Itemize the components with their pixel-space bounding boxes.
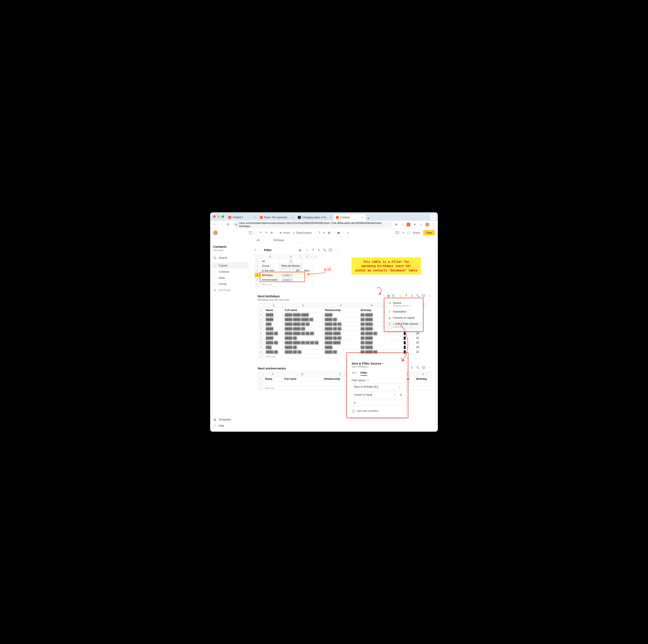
browser-tab[interactable]: Untitled 1 × — [226, 214, 258, 221]
table-title[interactable]: Next birthdays — [258, 294, 290, 298]
publish-icon[interactable]: ↗ — [402, 231, 404, 234]
sidebar-item-tracker[interactable]: ▫Tracker — [211, 262, 249, 269]
extensions-icon[interactable]: ✦ — [413, 222, 417, 227]
close-tab-icon[interactable]: × — [330, 216, 332, 219]
comment-icon[interactable]: 💬 — [329, 248, 332, 252]
grid[interactable]: A▾ B▾ C▾ + 1All 2GroupTerra do Nunca▾ 3I… — [255, 254, 318, 287]
redo-button[interactable]: ↷ — [265, 231, 267, 234]
table-row[interactable]: 6████ ██████ ████ ██ ██ ██████ ██████ ██… — [258, 331, 426, 336]
cell-ref[interactable]: A4 — [257, 239, 265, 242]
chevron-down-icon[interactable]: ▾ — [278, 256, 279, 258]
site-settings-icon[interactable]: ⚙ — [235, 223, 237, 226]
profile-avatar-icon[interactable] — [425, 222, 429, 227]
filter-operator-select[interactable]: Lesser or equal▾ — [352, 392, 397, 398]
table-row[interactable]: 5Anniversaries{} data ▾ — [255, 278, 318, 282]
add-condition-button[interactable]: +Add new condition — [352, 409, 402, 413]
bookmark-icon[interactable]: ☆ — [400, 222, 404, 227]
chevron-down-icon[interactable]: ▾ — [383, 362, 384, 365]
more-icon[interactable]: ⋯ — [428, 294, 432, 298]
sort-icon[interactable]: ⇅ — [410, 294, 414, 298]
table-row[interactable]: 9███████ ████████ █████35 — [258, 345, 426, 350]
tabs-overflow-button[interactable]: ⌄ — [430, 214, 436, 220]
ai-icon[interactable]: ✨ — [305, 248, 309, 252]
more-icon[interactable]: ⋯ — [334, 248, 338, 252]
toggle-sidebar-icon[interactable] — [249, 231, 253, 234]
view-grid-icon[interactable]: ▦ — [387, 294, 390, 298]
sort-icon[interactable]: ⇅ — [410, 366, 414, 369]
add-page-button[interactable]: ⊕Add Page — [210, 287, 250, 293]
search-icon[interactable]: 🔍 — [323, 248, 327, 252]
reload-button[interactable]: ⟳ — [226, 222, 230, 227]
browser-tab-active[interactable]: Contacts × — [334, 214, 365, 221]
menu-item-sort-filter[interactable]: ⇅Sort & Filter Source1 sort rule — [386, 321, 421, 329]
downloads-icon[interactable]: ⭳ — [419, 222, 423, 227]
close-tab-icon[interactable]: × — [292, 216, 293, 219]
data-actions-button[interactable]: ▷Data Actions — [293, 231, 312, 234]
templates-button[interactable]: ▦Templates — [210, 416, 250, 423]
text-format-icon[interactable]: T — [319, 231, 320, 234]
filter-field-select[interactable]: Days to birthday (E1)▾ — [352, 384, 402, 390]
filter-icon[interactable]: ⧩ — [311, 248, 315, 252]
comment-icon[interactable]: 💬 — [422, 366, 426, 369]
view-button[interactable]: View — [423, 230, 435, 235]
comment-icon[interactable]: 💬 — [422, 294, 426, 298]
sidebar-item-contacts[interactable]: ▫Contacts — [210, 269, 250, 275]
table-row-selected[interactable]: 4Birthdays{} data ▾ — [255, 273, 318, 278]
undo-button[interactable]: ↶ — [260, 231, 262, 234]
back-icon[interactable]: ‹ — [352, 357, 353, 360]
embed-icon[interactable]: ▢ — [407, 231, 410, 234]
cell-value[interactable]: Birthdays — [274, 239, 284, 242]
table-title[interactable]: Next anniversaries — [258, 366, 286, 370]
sidebar-item-stats[interactable]: ▫Stats — [210, 275, 250, 281]
menu-item-automation[interactable]: ⚡Automation — [386, 309, 421, 315]
ai-icon[interactable]: ✨ — [398, 294, 402, 298]
close-tab-icon[interactable]: × — [362, 216, 363, 219]
comments-icon[interactable]: 💬 — [396, 231, 399, 234]
add-column-button[interactable]: + — [313, 254, 318, 259]
chevron-down-icon[interactable]: ▾ — [299, 265, 301, 267]
table-row[interactable]: 1All — [255, 259, 318, 263]
formula-icon[interactable]: ∿ — [347, 231, 349, 234]
new-tab-button[interactable]: + — [365, 216, 371, 221]
menu-item-columns[interactable]: ▥Columns & Layout — [386, 315, 421, 321]
table-row[interactable]: 7████████ ██████ ██ ████ █████42 — [258, 336, 426, 340]
table-title[interactable]: Filter — [264, 248, 272, 252]
align-icon[interactable]: ≡ — [323, 231, 325, 234]
search-button[interactable]: 🔍Search — [210, 255, 250, 261]
chevron-down-icon[interactable]: ▾ — [311, 256, 312, 258]
add-block-icon[interactable]: + — [255, 248, 256, 252]
drag-handle-icon[interactable]: ⋮⋮ — [258, 248, 262, 251]
kebab-menu-icon[interactable]: ⋮ — [432, 222, 436, 227]
close-icon[interactable]: ✕ — [400, 357, 402, 360]
history-button[interactable]: ◔ — [270, 231, 273, 234]
more-icon[interactable]: ⋯ — [428, 366, 432, 369]
rows-extension-icon[interactable] — [407, 223, 411, 227]
delete-condition-icon[interactable]: 🗑 — [399, 393, 402, 396]
insert-button[interactable]: ⊕Insert — [279, 231, 290, 234]
checkbox-icon[interactable] — [289, 260, 292, 263]
address-bar[interactable]: ⚙ rows.com/humberto/personal/contacts-38… — [232, 221, 392, 228]
table-row[interactable]: 2GroupTerra do Nunca▾ — [255, 263, 318, 268]
maximize-window-icon[interactable] — [222, 215, 224, 218]
chevron-down-icon[interactable]: ▾ — [299, 269, 301, 271]
open-external-icon[interactable]: ⧉ — [394, 222, 398, 227]
data-pill[interactable]: {} data ▾ — [281, 274, 293, 277]
view-grid-icon[interactable]: ▦ — [298, 248, 302, 252]
search-icon[interactable]: 🔍 — [416, 366, 420, 369]
search-icon[interactable]: 🔍 — [416, 294, 420, 298]
new-row-button[interactable]: +New row — [255, 282, 318, 287]
filter-icon[interactable]: ⧩ — [404, 294, 408, 298]
help-button[interactable]: ?Help — [210, 423, 250, 429]
wrap-icon[interactable]: ▤ — [328, 231, 330, 234]
minimize-window-icon[interactable] — [217, 215, 220, 218]
close-window-icon[interactable] — [213, 215, 216, 218]
sort-icon[interactable]: ⇅ — [317, 248, 321, 252]
menu-item-source[interactable]: ⧉Source'Database'!A:P ↻ — [386, 300, 421, 309]
data-pill[interactable]: {} data ▾ — [281, 278, 293, 282]
table-row[interactable]: 3In the next15 ▾days — [255, 268, 318, 273]
browser-tab[interactable]: Rows: The spreadsheet where × — [258, 214, 296, 221]
back-button[interactable]: ← — [212, 223, 217, 227]
chevron-down-icon[interactable]: ▾ — [300, 256, 301, 258]
tab-sort[interactable]: Sort — [352, 371, 357, 376]
sidebar-item-family[interactable]: ▫Family — [210, 281, 250, 287]
